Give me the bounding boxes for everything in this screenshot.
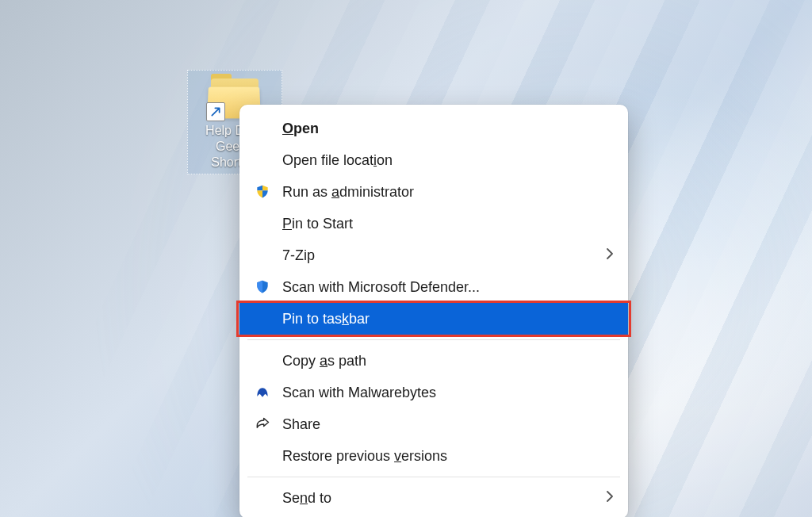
menu-item-share[interactable]: Share xyxy=(239,408,628,440)
menu-item-run-as-administrator[interactable]: Run as administrator xyxy=(239,176,628,208)
uac-shield-icon xyxy=(254,183,271,201)
menu-separator xyxy=(247,339,620,340)
context-menu: Open Open file location Run as administr… xyxy=(239,105,628,517)
share-icon xyxy=(254,416,271,433)
chevron-right-icon xyxy=(606,491,614,505)
menu-item-7zip[interactable]: 7-Zip xyxy=(239,239,628,271)
menu-item-copy-as-path[interactable]: Copy as path xyxy=(239,345,628,377)
menu-item-open-file-location[interactable]: Open file location xyxy=(239,144,628,176)
malwarebytes-icon xyxy=(254,384,271,401)
shortcut-overlay-icon xyxy=(206,102,225,121)
defender-shield-icon xyxy=(254,278,271,296)
menu-item-scan-defender[interactable]: Scan with Microsoft Defender... xyxy=(239,271,628,303)
menu-item-pin-to-start[interactable]: Pin to Start xyxy=(239,208,628,239)
menu-item-send-to[interactable]: Send to xyxy=(239,482,628,514)
menu-separator xyxy=(247,477,620,477)
menu-item-scan-malwarebytes[interactable]: Scan with Malwarebytes xyxy=(239,377,628,408)
menu-item-restore-previous-versions[interactable]: Restore previous versions xyxy=(239,440,628,472)
chevron-right-icon xyxy=(606,248,614,262)
menu-item-open[interactable]: Open xyxy=(239,113,628,144)
menu-item-pin-to-taskbar[interactable]: Pin to taskbar xyxy=(239,303,628,335)
